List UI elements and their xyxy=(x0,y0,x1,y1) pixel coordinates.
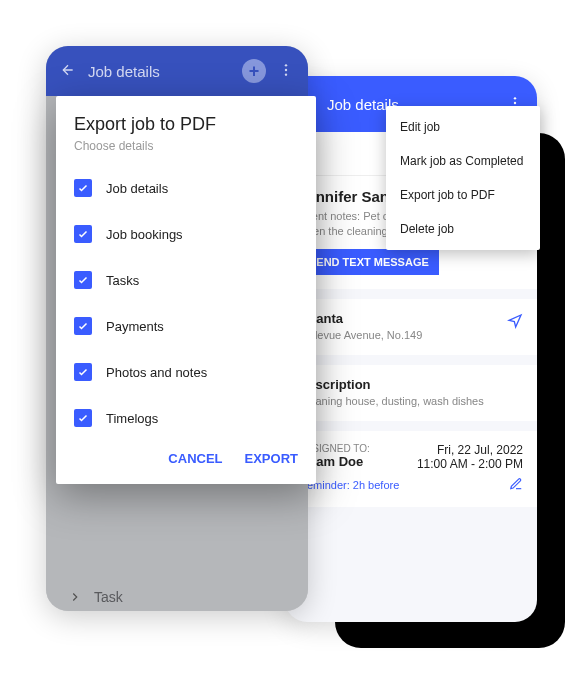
checkbox-checked-icon[interactable] xyxy=(74,317,92,335)
export-option-job-bookings[interactable]: Job bookings xyxy=(56,211,316,257)
export-dialog: Export job to PDF Choose details Job det… xyxy=(56,96,316,484)
overflow-menu: Edit job Mark job as Completed Export jo… xyxy=(386,106,540,250)
export-option-label: Payments xyxy=(106,319,164,334)
menu-edit-job[interactable]: Edit job xyxy=(386,110,540,144)
checkbox-checked-icon[interactable] xyxy=(74,271,92,289)
svg-point-0 xyxy=(514,97,516,99)
dialog-title: Export job to PDF xyxy=(56,96,316,139)
svg-point-1 xyxy=(514,101,516,103)
edit-icon[interactable] xyxy=(509,477,523,493)
send-text-button[interactable]: SEND TEXT MESSAGE xyxy=(299,249,439,275)
checkbox-checked-icon[interactable] xyxy=(74,363,92,381)
cancel-button[interactable]: CANCEL xyxy=(168,451,222,466)
assign-time: 11:00 AM - 2:00 PM xyxy=(417,457,523,471)
menu-export-pdf[interactable]: Export job to PDF xyxy=(386,178,540,212)
checkbox-checked-icon[interactable] xyxy=(74,179,92,197)
export-option-label: Photos and notes xyxy=(106,365,207,380)
dialog-subtitle: Choose details xyxy=(56,139,316,165)
export-option-tasks[interactable]: Tasks xyxy=(56,257,316,303)
export-option-label: Tasks xyxy=(106,273,139,288)
export-option-payments[interactable]: Payments xyxy=(56,303,316,349)
back-icon[interactable] xyxy=(60,62,76,81)
export-option-label: Job bookings xyxy=(106,227,183,242)
checkbox-checked-icon[interactable] xyxy=(74,409,92,427)
address: Bellevue Avenue, No.149 xyxy=(299,329,523,341)
menu-delete-job[interactable]: Delete job xyxy=(386,212,540,246)
more-icon[interactable] xyxy=(278,62,294,81)
export-option-label: Timelogs xyxy=(106,411,158,426)
desc-text: Cleaning house, dusting, wash dishes xyxy=(299,395,523,407)
assign-date: Fri, 22 Jul, 2022 xyxy=(417,443,523,457)
svg-point-5 xyxy=(285,73,287,75)
desc-label: Description xyxy=(299,377,523,392)
task-row-stub: Task xyxy=(60,576,294,611)
navigate-icon[interactable] xyxy=(507,313,523,333)
left-title: Job details xyxy=(88,63,160,80)
export-option-timelogs[interactable]: Timelogs xyxy=(56,395,316,441)
add-icon[interactable]: + xyxy=(242,59,266,83)
task-stub-label: Task xyxy=(94,589,123,605)
export-button[interactable]: EXPORT xyxy=(245,451,298,466)
export-option-label: Job details xyxy=(106,181,168,196)
svg-point-4 xyxy=(285,68,287,70)
checkbox-checked-icon[interactable] xyxy=(74,225,92,243)
left-header: Job details + xyxy=(46,46,308,96)
svg-point-3 xyxy=(285,64,287,66)
dialog-actions: CANCEL EXPORT xyxy=(56,441,316,478)
export-option-job-details[interactable]: Job details xyxy=(56,165,316,211)
export-option-photos-notes[interactable]: Photos and notes xyxy=(56,349,316,395)
city: Atlanta xyxy=(299,311,523,326)
assignment-card: ASSIGNED TO: Adam Doe Fri, 22 Jul, 2022 … xyxy=(285,431,537,507)
description-card: Description Cleaning house, dusting, was… xyxy=(285,365,537,421)
address-card[interactable]: Atlanta Bellevue Avenue, No.149 xyxy=(285,299,537,355)
expand-icon xyxy=(66,588,84,606)
menu-mark-completed[interactable]: Mark job as Completed xyxy=(386,144,540,178)
